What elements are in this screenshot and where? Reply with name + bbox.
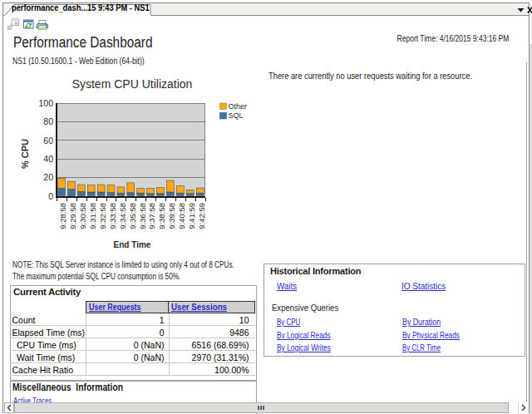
svg-text:% CPU: % CPU	[20, 139, 30, 169]
svg-text:9:31:58: 9:31:58	[88, 203, 97, 229]
svg-text:9:37:58: 9:37:58	[147, 203, 156, 229]
svg-text:9:41:59: 9:41:59	[187, 203, 196, 229]
svg-text:60: 60	[43, 136, 53, 145]
svg-text:9:29:58: 9:29:58	[68, 203, 77, 229]
svg-text:9:39:58: 9:39:58	[167, 203, 176, 229]
svg-text:9:36:58: 9:36:58	[138, 203, 147, 229]
svg-text:9:40:58: 9:40:58	[177, 203, 186, 229]
svg-text:9:28:58: 9:28:58	[58, 203, 67, 229]
svg-text:9:32:58: 9:32:58	[98, 203, 107, 229]
svg-text:9:42:59: 9:42:59	[197, 203, 206, 229]
svg-text:System CPU Utilization: System CPU Utilization	[72, 77, 193, 91]
svg-text:9:38:58: 9:38:58	[157, 203, 166, 229]
svg-text:20: 20	[43, 172, 53, 182]
svg-text:Other: Other	[229, 102, 248, 111]
svg-text:9:34:58: 9:34:58	[118, 203, 127, 229]
svg-text:80: 80	[43, 116, 53, 126]
svg-text:SQL: SQL	[229, 111, 244, 120]
svg-text:End Time: End Time	[114, 240, 151, 249]
svg-text:100: 100	[38, 98, 53, 108]
svg-text:9:33:58: 9:33:58	[108, 203, 117, 229]
svg-text:9:35:58: 9:35:58	[128, 203, 137, 229]
svg-text:9:30:58: 9:30:58	[78, 203, 87, 229]
svg-text:0: 0	[48, 191, 53, 201]
svg-text:40: 40	[43, 154, 53, 164]
